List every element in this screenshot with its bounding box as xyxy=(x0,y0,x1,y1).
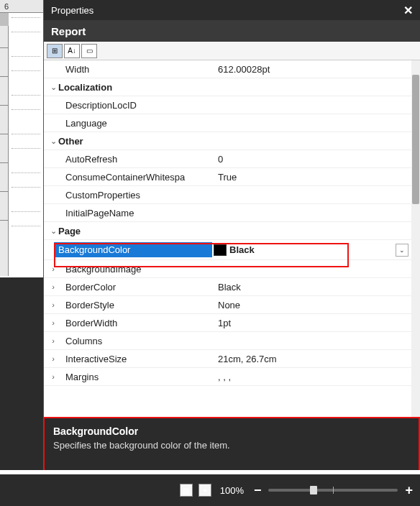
property-label: BorderStyle xyxy=(58,300,216,310)
ruler-corner xyxy=(0,13,9,26)
properties-toolbar: ⊞ A↓ ▭ xyxy=(44,42,420,60)
property-label: Columns xyxy=(58,336,216,346)
property-label: BorderColor xyxy=(58,282,216,293)
category-label: Other xyxy=(58,136,216,147)
scrollbar-vertical[interactable] xyxy=(411,60,420,474)
property-row-language[interactable]: › Language xyxy=(44,114,411,132)
categorized-button[interactable]: ⊞ xyxy=(47,44,63,58)
expand-icon[interactable]: › xyxy=(48,336,58,345)
expand-icon[interactable]: › xyxy=(48,282,58,291)
property-row-backgroundimage[interactable]: › BackgroundImage xyxy=(44,260,411,278)
property-row-autorefresh[interactable]: › AutoRefresh 0 xyxy=(44,150,411,168)
property-label: BackgroundColor xyxy=(54,242,212,257)
ruler-horizontal: 6 xyxy=(0,0,43,13)
property-value[interactable]: None xyxy=(216,300,411,310)
description-title: BackgroundColor xyxy=(53,426,410,437)
category-other[interactable]: ⌄ Other xyxy=(44,132,411,150)
panel-titlebar: Properties ✕ xyxy=(44,0,420,20)
property-row-consumewhitespace[interactable]: › ConsumeContainerWhitespa True xyxy=(44,168,411,186)
expand-icon[interactable]: ⌄ xyxy=(48,226,58,236)
property-label: AutoRefresh xyxy=(58,154,216,165)
zoom-out-button[interactable]: − xyxy=(252,483,263,498)
close-icon[interactable]: ✕ xyxy=(403,4,413,17)
property-label: DescriptionLocID xyxy=(58,100,216,111)
category-localization[interactable]: ⌄ Localization xyxy=(44,78,411,96)
expand-icon[interactable]: › xyxy=(48,318,58,327)
panel-subtitle: Report xyxy=(44,20,420,42)
category-label: Page xyxy=(58,226,216,236)
property-row-borderstyle[interactable]: › BorderStyle None xyxy=(44,296,411,314)
scrollbar-thumb[interactable] xyxy=(412,75,419,204)
property-label: InteractiveSize xyxy=(58,354,216,364)
property-row-interactivesize[interactable]: › InteractiveSize 21cm, 26.7cm xyxy=(44,350,411,368)
expand-icon[interactable]: › xyxy=(48,300,58,309)
property-row-margins[interactable]: › Margins , , , xyxy=(44,368,411,386)
status-bar: ▧ ✦ 100% − + xyxy=(0,474,420,506)
property-value[interactable]: , , , xyxy=(216,372,411,382)
zoom-slider-knob[interactable] xyxy=(310,486,317,494)
property-value[interactable]: 612.00028pt xyxy=(216,64,411,75)
expand-icon[interactable]: › xyxy=(48,354,58,363)
zoom-level: 100% xyxy=(220,485,244,496)
property-row-customproperties[interactable]: › CustomProperties xyxy=(44,186,411,204)
statusbar-icon-1[interactable]: ▧ xyxy=(180,484,193,497)
description-text: Specifies the background color of the it… xyxy=(53,440,410,451)
property-row-backgroundcolor[interactable]: › BackgroundColor Black ⌄ xyxy=(44,240,411,260)
expand-icon[interactable]: › xyxy=(48,372,58,381)
alpha-sort-icon: A↓ xyxy=(68,47,76,55)
expand-icon[interactable]: ⌄ xyxy=(48,83,58,92)
color-swatch-icon xyxy=(214,244,227,256)
property-row-bordercolor[interactable]: › BorderColor Black xyxy=(44,278,411,296)
value-text: Black xyxy=(229,244,255,255)
pages-icon: ▭ xyxy=(86,47,93,55)
property-value[interactable]: 1pt xyxy=(216,318,411,328)
statusbar-icon-2[interactable]: ✦ xyxy=(198,484,211,497)
property-pages-button[interactable]: ▭ xyxy=(81,44,97,58)
design-canvas-edge xyxy=(9,13,43,276)
property-row-borderwidth[interactable]: › BorderWidth 1pt xyxy=(44,314,411,332)
dropdown-icon[interactable]: ⌄ xyxy=(396,244,408,257)
panel-title-text: Properties xyxy=(51,5,93,16)
property-value[interactable]: Black ⌄ xyxy=(212,244,411,257)
category-page[interactable]: ⌄ Page xyxy=(44,222,411,240)
property-label: InitialPageName xyxy=(58,208,216,218)
property-value[interactable]: True xyxy=(216,172,411,183)
property-label: Margins xyxy=(58,372,216,382)
properties-grid: › Width 612.00028pt ⌄ Localization › Des… xyxy=(44,60,420,474)
zoom-center-tick xyxy=(333,487,334,494)
category-label: Localization xyxy=(58,82,216,93)
categorized-icon: ⊞ xyxy=(52,47,58,55)
property-row-width[interactable]: › Width 612.00028pt xyxy=(44,60,411,78)
property-label: ConsumeContainerWhitespa xyxy=(58,172,216,183)
property-label: BackgroundImage xyxy=(58,264,216,275)
property-value[interactable]: 0 xyxy=(216,154,411,165)
property-value[interactable]: Black xyxy=(216,282,411,293)
zoom-in-button[interactable]: + xyxy=(403,483,414,498)
alphabetical-button[interactable]: A↓ xyxy=(64,44,80,58)
ruler-vertical xyxy=(0,26,9,276)
design-surface-sliver: 6 xyxy=(0,0,43,506)
property-row-descriptionlocid[interactable]: › DescriptionLocID xyxy=(44,96,411,114)
property-label: BorderWidth xyxy=(58,318,216,328)
property-value[interactable]: 21cm, 26.7cm xyxy=(216,354,411,364)
expand-icon[interactable]: › xyxy=(48,264,58,273)
property-description-pane: BackgroundColor Specifies the background… xyxy=(43,417,420,474)
object-name: Report xyxy=(51,25,86,37)
property-label: Width xyxy=(58,64,216,75)
design-dark-strip xyxy=(0,277,43,298)
ruler-tick-label: 6 xyxy=(4,2,9,11)
properties-panel: Properties ✕ Report ⊞ A↓ ▭ › Width 612.0… xyxy=(43,0,420,474)
property-row-initialpagename[interactable]: › InitialPageName xyxy=(44,204,411,222)
property-label: CustomProperties xyxy=(58,190,216,201)
property-label: Language xyxy=(58,118,216,129)
property-row-columns[interactable]: › Columns xyxy=(44,332,411,350)
expand-icon[interactable]: ⌄ xyxy=(48,137,58,146)
zoom-slider[interactable] xyxy=(268,489,398,492)
